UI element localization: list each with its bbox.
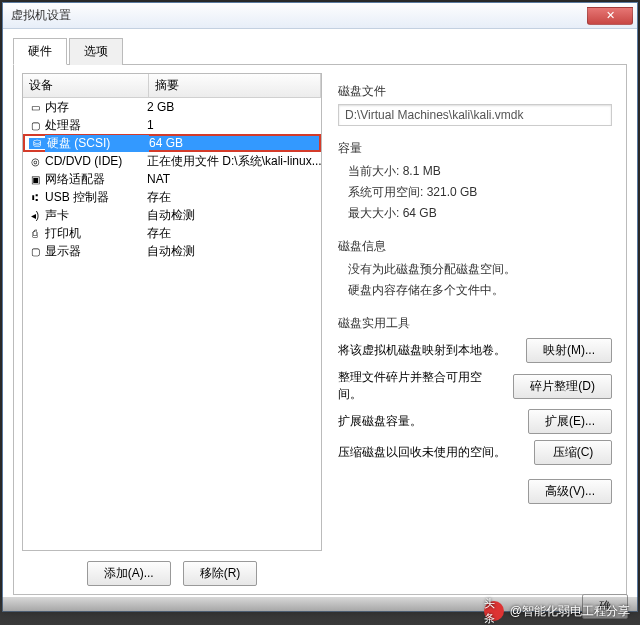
watermark-text: @智能化弱电工程分享 <box>510 603 630 620</box>
device-summary: 自动检测 <box>147 243 321 260</box>
tool-row: 扩展磁盘容量。扩展(E)... <box>338 409 612 434</box>
device-icon: ⑆ <box>27 192 43 203</box>
device-icon: ▢ <box>27 120 43 131</box>
device-summary: 正在使用文件 D:\系统\kali-linux... <box>147 153 321 170</box>
device-name: 声卡 <box>43 207 147 224</box>
device-row[interactable]: ▢显示器自动检测 <box>23 242 321 260</box>
disk-file-label: 磁盘文件 <box>338 83 612 100</box>
device-row[interactable]: ⎙打印机存在 <box>23 224 321 242</box>
col-device: 设备 <box>23 74 149 97</box>
tool-desc: 将该虚拟机磁盘映射到本地卷。 <box>338 342 526 359</box>
device-summary: 1 <box>147 118 321 132</box>
tool-button[interactable]: 扩展(E)... <box>528 409 612 434</box>
tool-row: 压缩磁盘以回收未使用的空间。压缩(C) <box>338 440 612 465</box>
remove-button[interactable]: 移除(R) <box>183 561 258 586</box>
window-title: 虚拟机设置 <box>11 7 585 24</box>
device-summary: 存在 <box>147 225 321 242</box>
watermark-logo-icon: 头条 <box>484 601 504 621</box>
tab-strip: 硬件 选项 <box>13 37 627 65</box>
device-name: 处理器 <box>43 117 147 134</box>
capacity-label: 容量 <box>338 140 612 157</box>
tool-desc: 扩展磁盘容量。 <box>338 413 528 430</box>
tool-row: 整理文件碎片并整合可用空间。碎片整理(D) <box>338 369 612 403</box>
device-name: CD/DVD (IDE) <box>43 154 147 168</box>
list-header: 设备 摘要 <box>23 74 321 98</box>
device-list[interactable]: 设备 摘要 ▭内存2 GB▢处理器1⛁硬盘 (SCSI)64 GB◎CD/DVD… <box>22 73 322 551</box>
tool-button[interactable]: 压缩(C) <box>534 440 612 465</box>
device-name: 打印机 <box>43 225 147 242</box>
tool-button[interactable]: 映射(M)... <box>526 338 612 363</box>
device-icon: ▭ <box>27 102 43 113</box>
device-summary: NAT <box>147 172 321 186</box>
add-button[interactable]: 添加(A)... <box>87 561 171 586</box>
tab-options[interactable]: 选项 <box>69 38 123 65</box>
col-summary: 摘要 <box>149 74 321 97</box>
disk-info-1: 没有为此磁盘预分配磁盘空间。 <box>338 259 612 280</box>
device-summary: 自动检测 <box>147 207 321 224</box>
device-summary: 存在 <box>147 189 321 206</box>
device-name: USB 控制器 <box>43 189 147 206</box>
device-row[interactable]: ▣网络适配器NAT <box>23 170 321 188</box>
device-icon: ▢ <box>27 246 43 257</box>
device-row[interactable]: ◎CD/DVD (IDE)正在使用文件 D:\系统\kali-linux... <box>23 152 321 170</box>
device-name: 内存 <box>43 99 147 116</box>
current-size: 当前大小: 8.1 MB <box>338 161 612 182</box>
tool-desc: 整理文件碎片并整合可用空间。 <box>338 369 513 403</box>
disk-info-label: 磁盘信息 <box>338 238 612 255</box>
device-name: 网络适配器 <box>43 171 147 188</box>
device-row[interactable]: ▢处理器1 <box>23 116 321 134</box>
watermark: 头条 @智能化弱电工程分享 <box>0 597 640 625</box>
tool-row: 将该虚拟机磁盘映射到本地卷。映射(M)... <box>338 338 612 363</box>
device-row[interactable]: ◂)声卡自动检测 <box>23 206 321 224</box>
device-row[interactable]: ⑆USB 控制器存在 <box>23 188 321 206</box>
tool-button[interactable]: 碎片整理(D) <box>513 374 612 399</box>
device-summary: 64 GB <box>149 136 319 150</box>
vm-settings-window: 虚拟机设置 ✕ 硬件 选项 设备 摘要 ▭内存2 GB▢处理器1⛁硬盘 (SCS… <box>2 2 638 612</box>
advanced-button[interactable]: 高级(V)... <box>528 479 612 504</box>
device-icon: ▣ <box>27 174 43 185</box>
device-icon: ⎙ <box>27 228 43 239</box>
device-name: 显示器 <box>43 243 147 260</box>
device-icon: ◂) <box>27 210 43 221</box>
max-size: 最大大小: 64 GB <box>338 203 612 224</box>
device-icon: ⛁ <box>29 138 45 149</box>
device-summary: 2 GB <box>147 100 321 114</box>
free-space: 系统可用空间: 321.0 GB <box>338 182 612 203</box>
detail-panel: 磁盘文件 容量 当前大小: 8.1 MB 系统可用空间: 321.0 GB 最大… <box>332 73 618 586</box>
close-button[interactable]: ✕ <box>587 7 633 25</box>
titlebar[interactable]: 虚拟机设置 ✕ <box>3 3 637 29</box>
device-icon: ◎ <box>27 156 43 167</box>
tool-desc: 压缩磁盘以回收未使用的空间。 <box>338 444 534 461</box>
tools-label: 磁盘实用工具 <box>338 315 612 332</box>
tab-hardware[interactable]: 硬件 <box>13 38 67 65</box>
disk-info-2: 硬盘内容存储在多个文件中。 <box>338 280 612 301</box>
device-name: 硬盘 (SCSI) <box>45 135 149 152</box>
disk-file-path[interactable] <box>338 104 612 126</box>
device-row[interactable]: ⛁硬盘 (SCSI)64 GB <box>23 134 321 152</box>
device-row[interactable]: ▭内存2 GB <box>23 98 321 116</box>
